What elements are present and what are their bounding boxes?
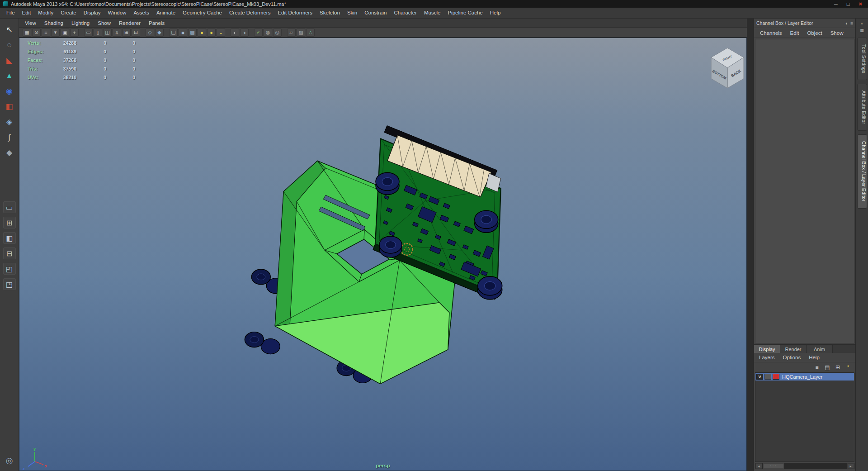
scene-render-icon[interactable]: ▱ <box>287 29 296 37</box>
sidebar-tab[interactable]: Channel Box / Layer Editor <box>857 134 867 208</box>
collapse-sidebar-icon[interactable]: « <box>859 20 866 26</box>
panel-menu-item[interactable]: Show <box>94 20 115 26</box>
all-lights-icon[interactable]: ● <box>207 29 216 37</box>
layer-editor-menu-item[interactable]: Options <box>779 355 805 360</box>
shadows-icon[interactable]: ◐ <box>231 29 239 37</box>
single-pane-layout-icon[interactable]: ▭ <box>3 201 16 213</box>
panel-menu-item[interactable]: Panels <box>145 20 169 26</box>
viewport-3d-scene[interactable]: RIGHT BACK BOTTOM y x z <box>19 38 746 471</box>
layer-editor-tab[interactable]: Display <box>754 345 780 353</box>
menu-item[interactable]: Help <box>486 8 505 18</box>
channel-box-menu-item[interactable]: Channels <box>756 30 786 36</box>
field-chart-icon[interactable]: # <box>113 29 121 37</box>
pane-divider[interactable] <box>747 19 754 471</box>
menu-item[interactable]: Skin <box>344 8 361 18</box>
panel-menu-item[interactable]: Renderer <box>115 20 145 26</box>
safe-action-icon[interactable]: ⊞ <box>122 29 131 37</box>
menu-item[interactable]: Assets <box>130 8 153 18</box>
menu-item[interactable]: Edit <box>19 8 35 18</box>
move-tool-icon[interactable]: ▲ <box>3 69 16 82</box>
smooth-shade-icon[interactable]: ■ <box>179 29 187 37</box>
title-bar[interactable]: Autodesk Maya 2013 x64: C:\Users\tomso\D… <box>0 0 868 8</box>
layer-editor-menu-item[interactable]: Layers <box>755 355 779 360</box>
layer-options-icon[interactable]: ≡ <box>813 364 821 371</box>
camera-attributes-icon[interactable]: ≡ <box>42 29 50 37</box>
textured-icon[interactable]: ▩ <box>188 29 197 37</box>
last-tool-icon[interactable]: ◆ <box>3 146 16 159</box>
channel-box-menu-icon[interactable]: ≡ <box>850 21 853 26</box>
channel-speed-icon[interactable]: ◐ <box>845 21 848 26</box>
new-layer-from-selected-icon[interactable]: * <box>844 364 852 371</box>
layer-editor-tab[interactable]: Render <box>780 345 807 353</box>
default-lighting-icon[interactable]: ● <box>198 29 206 37</box>
menu-item[interactable]: Edit Deformers <box>274 8 316 18</box>
menu-item[interactable]: Constrain <box>361 8 390 18</box>
menu-item[interactable]: Character <box>390 8 420 18</box>
frame-selection-icon[interactable]: ◆ <box>155 29 164 37</box>
sidebar-tab[interactable]: Attribute Editor <box>857 84 867 131</box>
channel-box-menu-item[interactable]: Show <box>826 30 848 36</box>
bookmarks-icon[interactable]: ▾ <box>51 29 60 37</box>
pan-zoom-icon[interactable]: + <box>70 29 79 37</box>
hypershade-persp-layout-icon[interactable]: ⊟ <box>3 247 16 259</box>
hardware-texturing-icon[interactable]: ▨ <box>297 29 305 37</box>
menu-item[interactable]: File <box>3 8 19 18</box>
image-plane-icon[interactable]: ▣ <box>61 29 69 37</box>
show-manipulator-icon[interactable]: ◎ <box>6 456 13 466</box>
four-pane-layout-icon[interactable]: ⊞ <box>3 217 16 228</box>
layer-stack-icon[interactable]: ▤ <box>823 364 831 371</box>
maximize-button[interactable]: □ <box>847 0 850 8</box>
scrollbar-track[interactable] <box>784 463 847 469</box>
channel-box-menu-item[interactable]: Object <box>803 30 826 36</box>
xray-icon[interactable]: ◍ <box>264 29 272 37</box>
channel-box-empty-area[interactable] <box>755 39 854 343</box>
menu-item[interactable]: Display <box>80 8 104 18</box>
menu-item[interactable]: Modify <box>34 8 57 18</box>
sidebar-tab[interactable]: Tool Settings <box>857 38 867 80</box>
layer-list[interactable]: V HQCamera_Layer <box>755 372 854 462</box>
resolution-gate-icon[interactable]: ▯ <box>94 29 102 37</box>
layer-playback-toggle[interactable] <box>764 374 771 380</box>
layer-horizontal-scrollbar[interactable]: ◂ ··· ▸ <box>755 463 854 469</box>
node-connections-icon[interactable]: ∴ <box>306 29 315 37</box>
sidebar-handle-icon[interactable]: ▦ <box>859 27 866 33</box>
layer-visibility-toggle[interactable]: V <box>756 374 763 380</box>
menu-item[interactable]: Window <box>104 8 130 18</box>
layer-row[interactable]: V HQCamera_Layer <box>755 373 854 381</box>
select-camera-icon[interactable]: ▦ <box>23 29 31 37</box>
channel-box-menu-item[interactable]: Edit <box>786 30 803 36</box>
xray-joints-icon[interactable]: ◎ <box>273 29 282 37</box>
menu-item[interactable]: Geometry Cache <box>179 8 226 18</box>
lasso-tool-icon[interactable]: ◌ <box>3 38 16 52</box>
scrollbar-thumb[interactable]: ··· <box>763 463 784 469</box>
menu-item[interactable]: Create <box>57 8 80 18</box>
wireframe-icon[interactable]: ▢ <box>169 29 178 37</box>
layer-color-swatch[interactable] <box>773 374 779 380</box>
two-sided-lighting-icon[interactable]: ◑ <box>240 29 249 37</box>
layer-editor-menu-item[interactable]: Help <box>805 355 824 360</box>
frame-all-icon[interactable]: ◇ <box>146 29 154 37</box>
no-lights-icon[interactable]: ◒ <box>217 29 225 37</box>
scale-tool-icon[interactable]: ◧ <box>3 100 16 113</box>
menu-item[interactable]: Skeleton <box>316 8 344 18</box>
menu-item[interactable]: Create Deformers <box>226 8 274 18</box>
close-button[interactable]: × <box>859 0 862 8</box>
rotate-tool-icon[interactable]: ◉ <box>3 85 16 98</box>
view-cube[interactable]: RIGHT BACK BOTTOM <box>711 48 744 88</box>
universal-manipulator-icon[interactable]: ◈ <box>3 115 16 128</box>
panel-menu-item[interactable]: Shading <box>40 20 67 26</box>
persp-uv-layout-icon[interactable]: ◳ <box>3 278 16 290</box>
lock-camera-icon[interactable]: ⊙ <box>32 29 41 37</box>
select-tool-icon[interactable]: ↖ <box>3 23 16 36</box>
menu-item[interactable]: Muscle <box>420 8 444 18</box>
gate-mask-icon[interactable]: ◫ <box>103 29 112 37</box>
soft-modification-tool-icon[interactable]: ∫ <box>3 131 16 144</box>
viewport-3d[interactable]: RIGHT BACK BOTTOM y x z Verts: <box>19 38 747 471</box>
menu-item[interactable]: Pipeline Cache <box>444 8 486 18</box>
layer-editor-tab[interactable]: Anim <box>807 345 833 353</box>
scroll-left-icon[interactable]: ◂ <box>755 463 762 469</box>
menu-item[interactable]: Animate <box>153 8 179 18</box>
film-gate-icon[interactable]: ▭ <box>84 29 93 37</box>
isolate-select-icon[interactable]: ✓ <box>254 29 263 37</box>
scroll-right-icon[interactable]: ▸ <box>847 463 854 469</box>
